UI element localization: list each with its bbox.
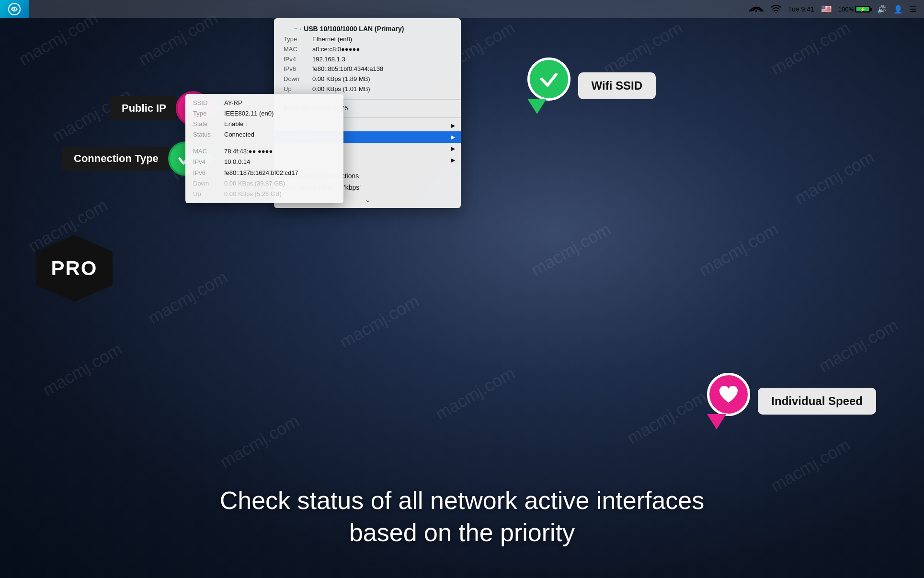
watermark: macmj.com: [815, 315, 901, 376]
svg-point-2: [755, 10, 757, 12]
submenu-ipv4-label: IPv4: [193, 157, 224, 167]
wifi-type-row: Type IEEE802.11 (en0): [185, 108, 343, 119]
wifi-pin-circle: [527, 58, 570, 101]
submenu-ipv6-label: IPv6: [193, 168, 224, 178]
menubar: Tue 9:41 🇺🇸 100% ⚡ 🔊 👤 ☰: [0, 0, 924, 18]
type-label: Type: [284, 35, 312, 45]
submenu-ipv4-row: IPv4 10.0.0.14: [185, 157, 343, 167]
bottom-caption: Check status of all network active inter…: [0, 485, 924, 549]
ssid-label: SSID: [193, 98, 224, 108]
connection-type-label: Connection Type: [62, 147, 170, 171]
down-label: Down: [284, 74, 312, 84]
watermark: macmj.com: [217, 411, 303, 472]
wifi-ssid-pin: [527, 58, 570, 114]
submenu-ipv4-value: 10.0.0.14: [224, 157, 250, 167]
usb-icon: ←···→: [289, 26, 302, 32]
type-value: Ethernet (en8): [312, 35, 352, 45]
usb-lan-header[interactable]: ←···→ USB 10/100/1000 LAN (Primary): [284, 23, 451, 35]
app-icon-svg: [8, 2, 21, 16]
up-label: Up: [284, 84, 312, 94]
wifi-icon[interactable]: [771, 4, 781, 15]
usb-lan-title: USB 10/100/1000 LAN (Primary): [304, 25, 404, 33]
volume-icon[interactable]: 🔊: [877, 5, 887, 14]
ipv4-row: IPv4 192.168.1.3: [284, 55, 451, 65]
ipad-usb-arrow: ▶: [451, 122, 455, 129]
app-icon[interactable]: [0, 0, 29, 18]
status-row: Status Connected: [185, 129, 343, 140]
user-icon[interactable]: 👤: [893, 5, 903, 14]
caption-line2: based on the priority: [0, 517, 924, 549]
flag-icon[interactable]: 🇺🇸: [821, 4, 832, 14]
ssid-value: AY-RP: [224, 98, 242, 108]
submenu-down-row: Down 0.00 KBps (39.87 GB): [185, 178, 343, 189]
wifi-submenu: SSID AY-RP Type IEEE802.11 (en0) State E…: [185, 94, 343, 203]
ipv4-value: 192.168.1.3: [312, 55, 345, 65]
status-value: Connected: [224, 129, 254, 140]
battery-percent: 100%: [838, 6, 854, 13]
submenu-down-label: Down: [193, 178, 224, 189]
caption-line1: Check status of all network active inter…: [0, 485, 924, 517]
ipv6-value: fe80::8b5:1bf0:4344:a138: [312, 64, 383, 74]
type-row: Type Ethernet (en8): [284, 35, 451, 45]
submenu-divider: [185, 143, 343, 143]
watermark: macmj.com: [767, 18, 854, 79]
watermark: macmj.com: [528, 219, 614, 280]
submenu-ipv6-value: fe80::187b:1624:bf02:cd17: [224, 168, 298, 178]
public-ip-label: Public IP: [110, 96, 178, 120]
status-label: Status: [193, 129, 224, 140]
individual-speed-label: Individual Speed: [758, 388, 876, 415]
wifi-pin-tail: [527, 99, 547, 114]
menubar-right: Tue 9:41 🇺🇸 100% ⚡ 🔊 👤 ☰: [749, 2, 916, 16]
mac-label: MAC: [284, 45, 312, 55]
ipv6-row: IPv6 fe80::8b5:1bf0:4344:a138: [284, 64, 451, 74]
state-row: State Enable :: [185, 119, 343, 129]
down-value: 0.00 KBps (1.89 MB): [312, 74, 370, 84]
usb-lan-section: ←···→ USB 10/100/1000 LAN (Primary) Type…: [274, 20, 461, 97]
watermark: macmj.com: [696, 219, 782, 280]
submenu-ipv6-row: IPv6 fe80::187b:1624:bf02:cd17: [185, 168, 343, 178]
heart-icon-2: [717, 382, 741, 406]
wifi-ssid-label: Wifi SSID: [578, 72, 656, 99]
individual-speed-group: Individual Speed: [707, 373, 876, 429]
watermark: macmj.com: [145, 267, 231, 328]
watermark: macmj.com: [336, 291, 422, 352]
submenu-mac-row: MAC 78:4f:43:●● ●●●●: [185, 146, 343, 157]
mac-value: a0:ce:c8:0●●●●●: [312, 45, 360, 55]
watermark: macmj.com: [791, 147, 878, 208]
battery-icon: ⚡: [855, 6, 870, 12]
pro-badge: PRO: [36, 235, 113, 302]
submenu-mac-value: 78:4f:43:●● ●●●●: [224, 146, 273, 157]
up-value: 0.00 KBps (1.01 MB): [312, 84, 370, 94]
pro-hexagon: PRO: [36, 235, 113, 302]
wifi-type-value: IEEE802.11 (en0): [224, 108, 274, 119]
up-row: Up 0.00 KBps (1.01 MB): [284, 84, 451, 94]
menu-icon[interactable]: ☰: [910, 5, 916, 14]
speed-pin-tail: [707, 414, 726, 429]
wifi-ssid-group: Wifi SSID: [527, 58, 656, 114]
submenu-up-label: Up: [193, 189, 224, 199]
wifi-type-label: Type: [193, 108, 224, 119]
watermark: macmj.com: [432, 363, 518, 424]
state-label: State: [193, 119, 224, 129]
iphone-usb-arrow: ▶: [451, 145, 455, 152]
menubar-time: Tue 9:41: [788, 5, 814, 13]
svg-point-4: [776, 12, 777, 12]
submenu-mac-label: MAC: [193, 146, 224, 157]
wifi-check-icon: [537, 67, 561, 91]
ipv6-label: IPv6: [284, 64, 312, 74]
down-row: Down 0.00 KBps (1.89 MB): [284, 74, 451, 84]
watermark: macmj.com: [39, 339, 125, 400]
wifi-arrow: ▶: [451, 134, 455, 140]
battery-indicator: 100% ⚡: [838, 6, 870, 13]
mac-row: MAC a0:ce:c8:0●●●●●: [284, 45, 451, 55]
speed-pin-circle: [707, 373, 750, 416]
bluetooth-arrow: ▶: [451, 157, 455, 163]
state-value: Enable :: [224, 119, 247, 129]
ipv4-label: IPv4: [284, 55, 312, 65]
submenu-up-row: Up 0.00 KBps (5.26 GB): [185, 189, 343, 199]
network-speed-icon[interactable]: [749, 2, 764, 16]
pro-text: PRO: [51, 257, 97, 280]
individual-speed-pin: [707, 373, 750, 429]
submenu-down-value: 0.00 KBps (39.87 GB): [224, 178, 285, 189]
submenu-up-value: 0.00 KBps (5.26 GB): [224, 189, 282, 199]
